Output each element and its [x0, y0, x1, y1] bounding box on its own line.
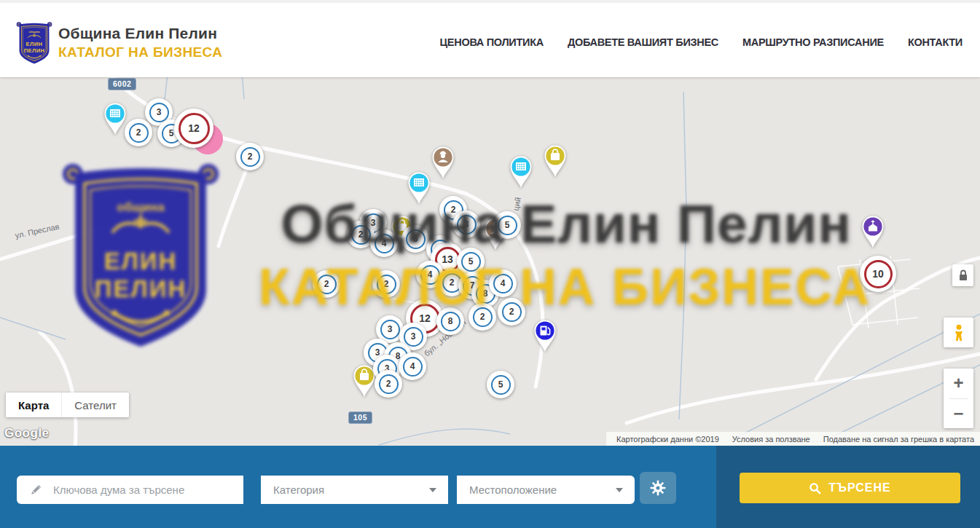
- factory-icon: [110, 109, 120, 117]
- map-type-satellite-button[interactable]: Сателит: [61, 393, 129, 417]
- cluster-marker-2[interactable]: 2: [236, 143, 264, 170]
- pegman-icon: [951, 324, 967, 342]
- search-button[interactable]: ТЪРСЕНЕ: [740, 473, 960, 503]
- nav-item-1[interactable]: ДОБАВЕТЕ ВАШИЯТ БИЗНЕС: [568, 36, 718, 48]
- search-button-label: ТЪРСЕНЕ: [828, 481, 890, 494]
- header: община ЕЛИН ПЕЛИН Община Елин Пелин КАТА…: [0, 0, 980, 77]
- page: община ЕЛИН ПЕЛИН Община Елин Пелин КАТА…: [0, 0, 980, 528]
- google-logo[interactable]: Google: [4, 426, 50, 441]
- cluster-marker-2[interactable]: 2: [498, 298, 525, 326]
- cluster-marker-4[interactable]: 4: [399, 352, 426, 380]
- brand: Община Елин Пелин КАТАЛОГ НА БИЗНЕСА: [58, 25, 222, 60]
- search-icon: [809, 482, 821, 494]
- category-select[interactable]: Категория: [261, 476, 448, 504]
- svg-text:ЕЛИН: ЕЛИН: [26, 41, 43, 47]
- map-attribution: Картографски данни ©2019Условия за ползв…: [606, 432, 980, 446]
- municipality-logo: община ЕЛИН ПЕЛИН: [16, 20, 52, 66]
- bag-pin[interactable]: [541, 143, 569, 179]
- keyword-field: [17, 476, 243, 504]
- pegman-button[interactable]: [944, 318, 973, 347]
- fuel-pin[interactable]: [531, 318, 559, 354]
- svg-text:община: община: [29, 31, 41, 34]
- category-select-label: Категория: [273, 484, 429, 496]
- nav-item-2[interactable]: МАРШРУТНО РАЗПИСАНИЕ: [742, 36, 884, 48]
- nav-item-0[interactable]: ЦЕНОВА ПОЛИТИКА: [440, 36, 544, 48]
- lock-icon: [956, 268, 971, 283]
- cluster-marker-12[interactable]: 12: [174, 109, 213, 148]
- attribution-link-1[interactable]: Условия за ползване: [732, 435, 810, 444]
- location-select[interactable]: Местоположение: [457, 476, 635, 504]
- cluster-marker-8[interactable]: 8: [436, 307, 464, 335]
- cluster-marker-3[interactable]: 3: [452, 210, 480, 238]
- attribution-link-2[interactable]: Подаване на сигнал за грешка в картата: [823, 435, 974, 444]
- location-select-label: Местоположение: [469, 484, 616, 496]
- zoom-in-button[interactable]: +: [944, 369, 973, 398]
- cluster-marker-2[interactable]: 2: [125, 119, 152, 146]
- keyword-input[interactable]: [52, 483, 243, 497]
- factory-icon: [516, 162, 526, 170]
- marker-layer: 325122324236751352242784221283338342510: [0, 77, 980, 446]
- chevron-down-icon: [616, 488, 623, 492]
- cluster-marker-2[interactable]: 2: [313, 270, 340, 298]
- cluster-marker-5[interactable]: 5: [487, 371, 514, 398]
- main-nav: ЦЕНОВА ПОЛИТИКАДОБАВЕТЕ ВАШИЯТ БИЗНЕСМАР…: [440, 6, 963, 79]
- cluster-marker-10[interactable]: 10: [860, 256, 896, 292]
- cluster-marker-4[interactable]: 4: [370, 229, 398, 257]
- cluster-marker-6[interactable]: 6: [401, 225, 429, 253]
- cluster-marker-2[interactable]: 2: [372, 270, 400, 298]
- cluster-marker-4[interactable]: 4: [489, 269, 517, 297]
- search-bar: Категория Местоположение: [0, 446, 980, 528]
- advanced-settings-button[interactable]: [640, 472, 676, 504]
- map-type-control: Карта Сателит: [6, 393, 129, 417]
- factory-pin[interactable]: [507, 154, 535, 190]
- church-pin[interactable]: [859, 213, 887, 250]
- zoom-control: + −: [944, 369, 973, 428]
- map-canvas[interactable]: ул. Преславбул. „Новоселций 6002105: [0, 77, 980, 446]
- site-subtitle: КАТАЛОГ НА БИЗНЕСА: [58, 44, 222, 60]
- cluster-marker-2[interactable]: 2: [469, 303, 496, 331]
- zoom-out-button[interactable]: −: [944, 399, 973, 429]
- worker-pin[interactable]: [429, 144, 457, 181]
- svg-text:ПЕЛИН: ПЕЛИН: [24, 47, 45, 54]
- attribution-text: Картографски данни ©2019: [616, 435, 719, 444]
- site-title: Община Елин Пелин: [58, 25, 222, 42]
- pencil-icon: [28, 483, 43, 497]
- map-type-map-button[interactable]: Карта: [6, 393, 61, 417]
- nav-item-3[interactable]: КОНТАКТИ: [908, 36, 963, 48]
- chevron-down-icon: [429, 488, 436, 492]
- cluster-marker-5[interactable]: 5: [493, 211, 521, 239]
- factory-icon: [414, 178, 424, 186]
- lock-button[interactable]: [952, 264, 973, 286]
- cluster-marker-2[interactable]: 2: [375, 370, 402, 398]
- gear-icon: [650, 480, 666, 496]
